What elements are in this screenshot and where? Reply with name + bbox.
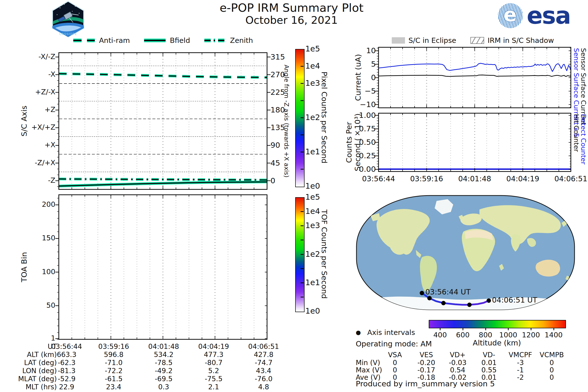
voltage-cell: -0.20 (409, 359, 444, 367)
voltage-cell: 0 (378, 374, 412, 382)
counts-ytick: 1.00 (342, 111, 376, 120)
time-xtick: 04:01:48 (453, 174, 497, 183)
ephemeris-cell: -78.5 (140, 359, 187, 367)
tof-cb-tick-label: 1e0 (305, 306, 320, 316)
voltage-cell: -3 (503, 359, 538, 367)
ephemeris-cell: 663.3 (43, 350, 90, 359)
time-xtick: 03:56:44 (356, 174, 400, 183)
toa-ytick: 100 (22, 268, 55, 276)
colorbar-tof-title: TOF Counts per Second (320, 197, 329, 311)
time-xtick: 03:59:16 (404, 174, 448, 183)
ephemeris-cell: -69.5 (140, 375, 187, 383)
ephemeris-cell: -80.7 (190, 359, 237, 367)
angle-ytick: 0 (270, 176, 295, 185)
ylabel-toa-bin: TOA Bin (20, 195, 28, 339)
colorbar-tick (300, 268, 304, 269)
colorbar-tick (300, 100, 304, 101)
ephemeris-cell: 4.8 (240, 383, 287, 391)
colorbar-pixel (295, 49, 304, 187)
epop-irm-summary-figure: CASSIOPE e-POP IRM Summary Plot October … (0, 0, 588, 392)
sc-axis-ytick: +Z (22, 105, 55, 114)
voltage-cell: 0.01 (472, 359, 506, 367)
altitude-cb-tick (440, 328, 440, 330)
ephemeris-cell: 0.3 (140, 383, 187, 391)
voltage-cell: -2 (503, 374, 538, 382)
tof-cb-tick-label: 1e3 (305, 221, 320, 230)
voltage-col-header: VMCPF (503, 351, 538, 359)
voltage-cell: -0.03 (440, 359, 475, 367)
ephemeris-cell: 22.9 (43, 383, 90, 391)
axis-interval-dot-icon: ● (356, 329, 361, 336)
altitude-cb-tick (554, 328, 554, 330)
ephemeris-cell: 2.1 (190, 383, 237, 391)
toa-ytick: 200 (22, 200, 55, 208)
ephemeris-cell: -71.0 (90, 359, 137, 367)
counts-ytick: 0.75 (342, 124, 376, 133)
colorbar-tof (295, 197, 304, 312)
ephemeris-cell: 596.8 (90, 350, 137, 359)
colorbar-tick (300, 254, 304, 255)
ephemeris-cell: -81.3 (43, 367, 90, 375)
colorbar-tick (300, 117, 304, 118)
ephemeris-cell: 5.2 (190, 367, 237, 375)
current-ytick: 5 (342, 60, 376, 68)
ephemeris-cell: 534.2 (140, 350, 187, 359)
colorbar-tick (300, 169, 304, 170)
voltage-cell: 0 (378, 359, 412, 367)
ephemeris-cell: 03:59:16 (90, 342, 137, 350)
altitude-cb-tick-label: 1400 (539, 331, 568, 339)
voltage-col-header: VD+ (440, 351, 475, 359)
track-end-time-label: 04:06:51 UT (492, 296, 537, 304)
counts-ytick: 0.25 (342, 151, 376, 160)
voltage-col-header: VCMPB (534, 351, 569, 359)
voltage-cell: 0.54 (440, 366, 475, 374)
current-ytick: 10 (342, 46, 376, 55)
current-ytick: −5 (342, 86, 376, 95)
counts-ytick: 0.50 (342, 138, 376, 146)
ephemeris-cell: 04:06:51 (240, 342, 287, 350)
angle-ytick: 135 (270, 123, 295, 132)
pixel-cb-tick-label: 1e2 (305, 113, 320, 122)
track-start-time-label: 03:56:44 UT (425, 288, 471, 296)
angle-ytick: 270 (270, 70, 295, 79)
ephemeris-cell: 04:04:19 (190, 342, 237, 350)
tof-cb-tick-label: 1e5 (305, 192, 320, 202)
ephemeris-cell: 43.4 (240, 367, 287, 375)
angle-ytick: 180 (270, 105, 295, 114)
ephemeris-cell: -52.9 (43, 375, 90, 383)
angle-ytick: 90 (270, 141, 295, 150)
pixel-cb-tick-label: 1e4 (305, 61, 320, 70)
angle-ytick: 225 (270, 88, 295, 96)
altitude-cb-tick (531, 328, 532, 330)
sc-axis-ytick: -Z (22, 176, 55, 184)
ephemeris-cell: -76.0 (240, 375, 287, 383)
angle-ytick: 45 (270, 158, 295, 167)
voltage-cell: -0.02 (440, 374, 475, 382)
colorbar-pixel-title: Pixel Counts per Second (320, 49, 329, 186)
ephemeris-cell: -72.2 (90, 367, 137, 375)
altitude-cb-tick (485, 328, 486, 330)
toa-ytick: 150 (22, 234, 55, 242)
tof-cb-tick-label: 1e1 (305, 278, 320, 287)
axis-intervals-legend: ● Axis intervals (356, 328, 415, 337)
voltage-col-header: VES (409, 351, 444, 359)
ephemeris-cell: -61.5 (90, 375, 137, 383)
voltage-cell: 0 (534, 374, 569, 382)
colorbar-altitude (429, 320, 566, 328)
colorbar-tick (300, 297, 304, 298)
ephemeris-cell: -49.2 (140, 367, 187, 375)
voltage-cell: 0 (378, 366, 412, 374)
voltage-cell: 0.55 (472, 366, 506, 374)
colorbar-tick (300, 152, 304, 152)
altitude-cb-tick (462, 328, 463, 330)
sc-axis-ytick: +X/+Z (22, 123, 55, 131)
colorbar-tick (300, 240, 304, 240)
colorbar-tick (300, 66, 304, 67)
sc-axis-ytick: +X (22, 141, 55, 149)
colorbar-altitude-title: Altitude (km) (429, 338, 565, 347)
colorbar-tick (300, 282, 304, 283)
sc-axis-ytick: -X (22, 70, 55, 78)
time-xtick: 04:06:51 (549, 174, 588, 183)
voltage-col-header: VD- (472, 351, 506, 359)
ephemeris-cell: -74.7 (240, 359, 287, 367)
